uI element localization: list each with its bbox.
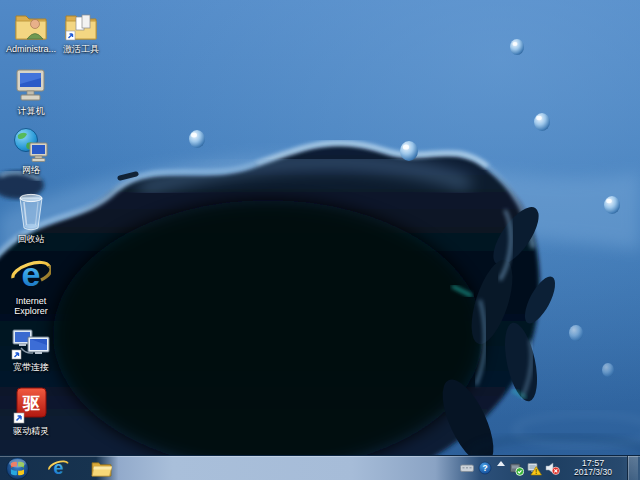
desktop-icon-recycle-bin[interactable]: 回收站 bbox=[2, 194, 60, 244]
taskbar-internet-explorer-button[interactable]: e bbox=[43, 456, 73, 480]
tools-folder-icon bbox=[64, 8, 98, 42]
input-method-icon[interactable] bbox=[459, 456, 474, 480]
tray-clock[interactable]: 17:57 2017/3/30 bbox=[566, 458, 620, 478]
help-icon[interactable]: ? bbox=[477, 456, 492, 480]
recycle-bin-icon bbox=[16, 194, 46, 232]
desktop-icon-computer[interactable]: 计算机 bbox=[2, 66, 60, 116]
desktop-icon-label: 计算机 bbox=[2, 106, 60, 116]
desktop-icon-label: 回收站 bbox=[2, 234, 60, 244]
safely-remove-hardware-icon[interactable] bbox=[509, 456, 524, 480]
svg-text:?: ? bbox=[482, 463, 487, 473]
clock-date: 2017/3/30 bbox=[574, 468, 612, 478]
broadband-connection-icon bbox=[11, 326, 51, 360]
svg-text:!: ! bbox=[535, 468, 537, 475]
driver-genius-icon: 驱 bbox=[13, 386, 49, 424]
system-tray: ? ! bbox=[459, 456, 640, 480]
computer-icon bbox=[14, 66, 48, 104]
desktop-icon-label: 驱动精灵 bbox=[2, 426, 60, 436]
start-button[interactable] bbox=[5, 456, 30, 480]
volume-muted-icon[interactable] bbox=[545, 456, 560, 480]
desktop-icon-driver-genius[interactable]: 驱 驱动精灵 bbox=[2, 386, 60, 436]
desktop-icon-label: 网络 bbox=[2, 165, 60, 175]
windows-desktop: Administra... 激活工具 计算机 bbox=[0, 0, 640, 480]
desktop-icon-network[interactable]: 网络 bbox=[2, 125, 60, 175]
network-warning-icon[interactable]: ! bbox=[527, 456, 542, 480]
desktop-icon-internet-explorer[interactable]: e Internet Explorer bbox=[2, 256, 60, 317]
taskbar-explorer-button[interactable] bbox=[86, 456, 116, 480]
show-desktop-button[interactable] bbox=[627, 456, 638, 480]
desktop-icon-label: 宽带连接 bbox=[2, 362, 60, 372]
desktop-icon-activation-tools[interactable]: 激活工具 bbox=[52, 8, 110, 54]
desktop-icon-label: Internet Explorer bbox=[2, 296, 60, 317]
network-globe-icon bbox=[13, 125, 49, 163]
show-hidden-icons-button[interactable] bbox=[495, 456, 506, 480]
desktop-icon-label: 激活工具 bbox=[52, 44, 110, 54]
user-folder-icon bbox=[14, 8, 48, 42]
water-splash-wallpaper bbox=[0, 0, 640, 480]
svg-text:驱: 驱 bbox=[22, 394, 40, 413]
taskbar: e bbox=[0, 455, 640, 480]
desktop-icon-broadband[interactable]: 宽带连接 bbox=[2, 326, 60, 372]
internet-explorer-icon: e bbox=[11, 256, 51, 294]
